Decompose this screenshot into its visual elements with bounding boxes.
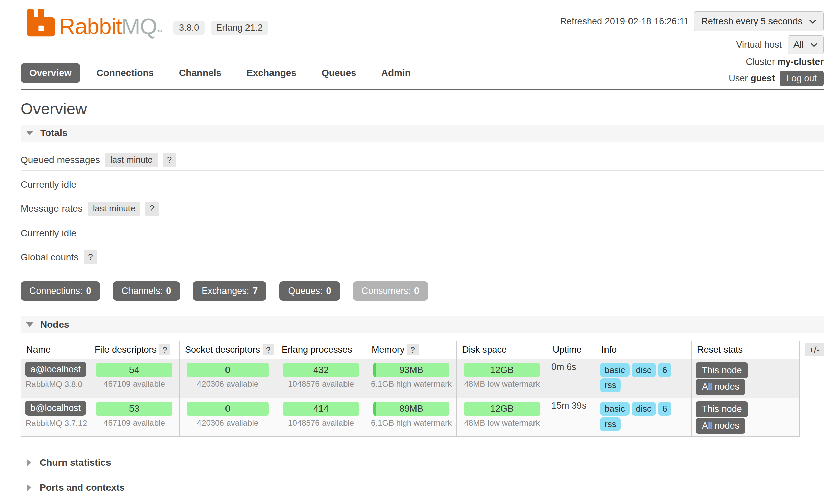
socket-descriptors-value: 0 (187, 402, 269, 416)
erlang-version-badge: Erlang 21.2 (211, 21, 268, 35)
expand-arrow-icon (27, 484, 31, 492)
connections-count-value: 0 (86, 286, 91, 296)
memory-watermark: 6.1GB high watermark (370, 379, 452, 389)
help-icon[interactable]: ? (145, 202, 158, 216)
memory-watermark: 6.1GB high watermark (370, 418, 452, 428)
help-icon[interactable]: ? (263, 344, 274, 355)
nodes-table: Name File descriptors? Socket descriptor… (21, 341, 800, 437)
file-descriptors-available: 467109 available (93, 379, 175, 389)
node-name-cell: a@localhost RabbitMQ 3.8.0 (21, 359, 89, 398)
node-name-link[interactable]: a@localhost (25, 362, 86, 377)
col-reset-stats: Reset stats (692, 341, 800, 359)
consumers-count-value: 0 (414, 286, 419, 296)
cluster-label: Cluster (746, 57, 775, 67)
queued-messages-header: Queued messages last minute ? (21, 152, 824, 171)
col-name: Name (21, 341, 89, 359)
virtual-host-select[interactable]: All (788, 35, 824, 54)
exchanges-count-label: Exchanges: (201, 286, 249, 296)
info-badge-cores: 6 (658, 402, 671, 416)
user-label: User (729, 73, 748, 83)
brand-wordmark: RabbitMQ™ (59, 16, 162, 37)
uptime-cell: 0m 6s (547, 359, 596, 398)
totals-section-header[interactable]: Totals (21, 125, 824, 142)
tab-exchanges[interactable]: Exchanges (238, 63, 305, 83)
channels-count-label: Channels: (122, 286, 163, 296)
global-counts-buttons: Connections:0 Channels:0 Exchanges:7 Que… (21, 281, 824, 301)
consumers-count-button[interactable]: Consumers:0 (353, 281, 428, 301)
node-version: RabbitMQ 3.8.0 (25, 380, 85, 389)
disk-space-value: 12GB (464, 402, 540, 416)
uptime-cell: 15m 39s (547, 398, 596, 437)
last-minute-badge: last minute (105, 153, 158, 167)
header-controls: Refreshed 2019-02-18 16:26:11 Refresh ev… (560, 11, 824, 54)
connections-count-button[interactable]: Connections:0 (21, 281, 100, 301)
reset-all-nodes-button[interactable]: All nodes (696, 418, 745, 434)
reset-this-node-button[interactable]: This node (696, 401, 748, 417)
queues-count-label: Queues: (288, 286, 323, 296)
churn-statistics-section[interactable]: Churn statistics (27, 450, 824, 475)
tab-connections[interactable]: Connections (88, 63, 163, 83)
message-rates-label: Message rates (21, 203, 83, 214)
col-disk-space: Disk space (457, 341, 547, 359)
page-title: Overview (21, 99, 824, 118)
rabbitmq-overview-page: RabbitMQ™ 3.8.0 Erlang 21.2 Refreshed 20… (0, 0, 831, 504)
reset-stats-cell: This nodeAll nodes (692, 359, 800, 398)
col-memory: Memory? (366, 341, 457, 359)
reset-this-node-button[interactable]: This node (696, 362, 748, 378)
help-icon[interactable]: ? (84, 250, 97, 264)
session-info: Cluster my-cluster User guest Log out (729, 57, 824, 86)
nodes-section-header[interactable]: Nodes (21, 316, 824, 333)
erlang-processes-available: 1048576 available (280, 379, 362, 389)
node-version: RabbitMQ 3.7.12 (25, 419, 85, 428)
export-definitions-section[interactable]: Export definitions (27, 500, 824, 504)
brand-tm: ™ (157, 29, 162, 35)
erlang-processes-available: 1048576 available (280, 418, 362, 428)
tab-overview[interactable]: Overview (21, 63, 80, 83)
help-icon[interactable]: ? (407, 344, 419, 355)
file-descriptors-available: 467109 available (93, 418, 175, 428)
column-toggle-button[interactable]: +/- (805, 343, 824, 356)
exchanges-count-button[interactable]: Exchanges:7 (193, 281, 266, 301)
node-name-link[interactable]: b@localhost (25, 401, 86, 416)
queues-count-button[interactable]: Queues:0 (279, 281, 340, 301)
tab-channels[interactable]: Channels (170, 63, 230, 83)
disk-space-watermark: 48MB low watermark (461, 418, 543, 428)
reset-all-nodes-button[interactable]: All nodes (696, 379, 745, 395)
collapsed-sections: Churn statistics Ports and contexts Expo… (21, 450, 824, 504)
info-badge-disc: disc (632, 402, 656, 416)
erlang-processes-value: 414 (283, 402, 359, 416)
reset-stats-cell: This nodeAll nodes (692, 398, 800, 437)
memory-cell: 89MB 6.1GB high watermark (366, 398, 457, 437)
rabbitmq-logo-icon (27, 9, 56, 37)
tab-queues[interactable]: Queues (313, 63, 365, 83)
user-name: guest (751, 73, 775, 83)
help-icon[interactable]: ? (159, 344, 170, 355)
channels-count-button[interactable]: Channels:0 (113, 281, 180, 301)
nodes-section-title: Nodes (40, 319, 69, 330)
totals-section-title: Totals (40, 128, 67, 138)
collapse-arrow-icon (26, 322, 33, 327)
queued-messages-status: Currently idle (21, 179, 824, 190)
help-icon[interactable]: ? (163, 153, 176, 167)
col-erlang-processes: Erlang processes (276, 341, 366, 359)
disk-space-cell: 12GB 48MB low watermark (457, 359, 547, 398)
info-badge-disc: disc (632, 363, 656, 377)
chevron-down-icon (810, 43, 818, 47)
memory-value: 89MB (373, 402, 450, 416)
nodes-table-header-row: Name File descriptors? Socket descriptor… (21, 341, 800, 359)
refresh-interval-select[interactable]: Refresh every 5 seconds (694, 11, 824, 31)
ports-and-contexts-section[interactable]: Ports and contexts (27, 475, 824, 500)
cluster-info: Cluster my-cluster (729, 57, 824, 67)
nav-tabs: Overview Connections Channels Exchanges … (21, 63, 420, 83)
socket-descriptors-cell: 0 420306 available (180, 398, 276, 437)
logout-button[interactable]: Log out (780, 71, 824, 86)
info-badge-rss: rss (600, 417, 621, 431)
churn-statistics-label: Churn statistics (40, 457, 111, 468)
col-uptime: Uptime (547, 341, 596, 359)
version-badges: 3.8.0 Erlang 21.2 (173, 21, 268, 35)
socket-descriptors-value: 0 (187, 363, 269, 377)
exchanges-count-value: 7 (253, 286, 258, 296)
tab-admin[interactable]: Admin (373, 63, 420, 83)
brand-mq: MQ (122, 14, 157, 39)
chevron-down-icon (809, 19, 816, 24)
